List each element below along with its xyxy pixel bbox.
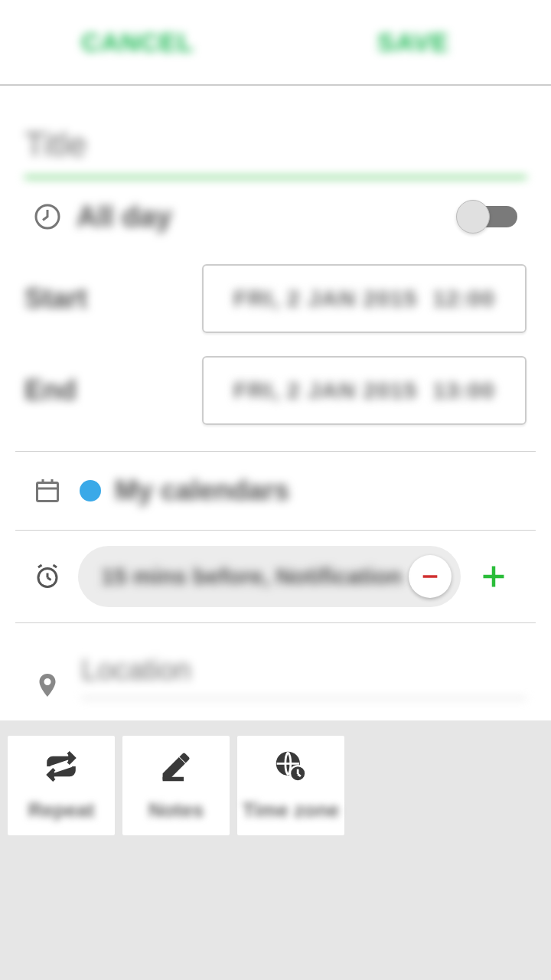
svg-line-7 xyxy=(47,578,51,580)
start-time: 12:00 xyxy=(432,286,495,312)
notes-icon xyxy=(159,750,193,786)
location-icon xyxy=(34,671,61,699)
title-row xyxy=(15,86,536,178)
cancel-button[interactable]: CANCEL xyxy=(0,28,276,57)
svg-rect-1 xyxy=(37,483,58,501)
start-row: Start FRI, 2 JAN 2015 12:00 xyxy=(15,255,536,342)
allday-toggle[interactable] xyxy=(459,206,517,227)
calendar-color-dot xyxy=(80,480,101,501)
end-time: 13:00 xyxy=(432,377,495,403)
end-label: End xyxy=(24,374,202,407)
header-bar: CANCEL SAVE xyxy=(0,0,551,86)
svg-rect-13 xyxy=(164,777,184,780)
start-label: Start xyxy=(24,283,202,315)
repeat-label: Repeat xyxy=(28,799,95,822)
end-datetime-picker[interactable]: FRI, 2 JAN 2015 13:00 xyxy=(202,356,527,425)
reminder-row: 15 mins before, Notification xyxy=(15,531,536,623)
allday-label: All day xyxy=(77,201,459,234)
event-form: All day Start FRI, 2 JAN 2015 12:00 End … xyxy=(0,86,551,720)
location-input[interactable] xyxy=(81,639,527,699)
timezone-button[interactable]: Time zone xyxy=(237,736,344,835)
calendar-icon xyxy=(34,477,61,505)
reminder-pill[interactable]: 15 mins before, Notification xyxy=(78,546,461,607)
notes-label: Notes xyxy=(148,799,204,822)
clock-icon xyxy=(34,203,61,230)
bottom-bar: Repeat Notes Time zone xyxy=(0,720,551,851)
end-row: End FRI, 2 JAN 2015 13:00 xyxy=(15,347,536,434)
notes-button[interactable]: Notes xyxy=(122,736,230,835)
allday-row: All day xyxy=(15,178,536,255)
start-date: FRI, 2 JAN 2015 xyxy=(233,286,417,312)
title-input[interactable] xyxy=(24,109,527,178)
location-row xyxy=(15,623,536,720)
alarm-icon xyxy=(34,563,61,590)
remove-reminder-button[interactable] xyxy=(409,555,452,598)
calendar-row[interactable]: My calendars xyxy=(15,452,536,531)
start-datetime-picker[interactable]: FRI, 2 JAN 2015 12:00 xyxy=(202,264,527,333)
calendar-name: My calendars xyxy=(115,475,289,507)
save-button[interactable]: SAVE xyxy=(276,28,551,57)
toggle-knob xyxy=(456,200,490,234)
globe-clock-icon xyxy=(274,750,308,786)
reminder-text: 15 mins before, Notification xyxy=(101,564,402,590)
add-reminder-button[interactable] xyxy=(461,563,527,590)
repeat-icon xyxy=(44,750,78,786)
repeat-button[interactable]: Repeat xyxy=(8,736,115,835)
end-date: FRI, 2 JAN 2015 xyxy=(233,377,417,403)
timezone-label: Time zone xyxy=(243,799,340,822)
svg-line-8 xyxy=(38,565,42,567)
svg-line-9 xyxy=(54,565,57,567)
